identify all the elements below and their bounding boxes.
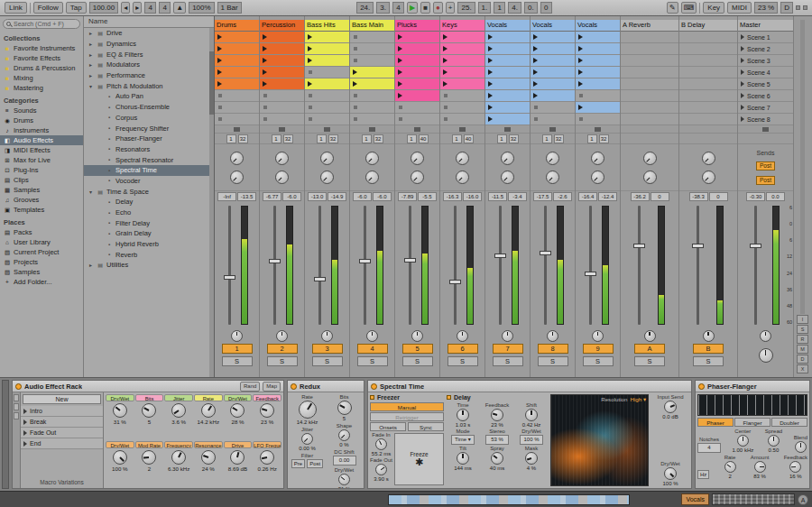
new-variation-button[interactable]: New [23,394,101,404]
clip-slot[interactable] [440,43,484,55]
clip-slot[interactable] [260,78,304,90]
track-header[interactable]: Plucks [395,20,439,32]
freeze-mode-manual[interactable]: Manual [370,402,444,411]
scene-slot[interactable]: Scene 1 [738,32,793,43]
tree-item-hybrid-reverb[interactable]: ▪Hybrid Reverb [84,239,214,250]
pan-knob[interactable] [547,330,558,342]
sidebar-item-packs[interactable]: ▤Packs [0,227,83,237]
stop-all-clips-button[interactable] [324,127,330,132]
device-view-selector[interactable] [2,380,9,489]
mixer-toggle-r[interactable]: R [797,335,808,344]
tree-item-phaser-flanger[interactable]: ▪Phaser-Flanger [84,134,214,144]
send-a-knob[interactable] [501,152,514,165]
clip-slot[interactable] [215,55,259,67]
pan-knob[interactable] [321,330,333,342]
empty-clip-slot[interactable] [576,114,620,125]
clip-slot[interactable] [440,32,484,43]
tree-item-pitch-modulation[interactable]: ▾▤Pitch & Modulation [84,80,214,91]
field-value[interactable]: 100 % [520,435,543,445]
session-overview[interactable] [712,493,795,505]
tree-item-corpus[interactable]: ▪Corpus [84,113,214,124]
tree-item-reverb[interactable]: ▪Reverb [84,249,214,260]
loop-length-sixteenths[interactable]: 0 [540,2,552,14]
tree-item-auto-pan[interactable]: ▪Auto Pan [84,91,214,102]
track-header[interactable]: Bass Hits [305,20,349,32]
fader-track[interactable] [228,206,231,325]
spread-knob[interactable] [768,435,780,447]
fader-handle[interactable] [359,259,371,263]
fader-handle[interactable] [494,254,506,258]
sidebar-item-current-project[interactable]: ▧Current Project [0,247,83,257]
clip-slot[interactable] [531,78,575,90]
clip-slot[interactable] [485,43,530,55]
clip-slot[interactable] [531,55,575,67]
fader-handle[interactable] [314,277,326,281]
clip-slot[interactable] [215,43,259,55]
tree-item-filter-delay[interactable]: ▪Filter Delay [84,217,214,228]
empty-clip-slot[interactable] [350,55,394,67]
sidebar-item-add-folder[interactable]: +Add Folder... [0,277,83,287]
empty-clip-slot[interactable] [350,32,394,43]
tree-item-performance[interactable]: ▸▤Performance [84,70,214,81]
arrangement-position-bars[interactable]: 24. [356,2,374,14]
sidebar-item-drums[interactable]: ◉Drums [0,115,83,125]
track-header[interactable]: A Reverb [621,20,678,32]
send-a-knob[interactable] [365,152,379,165]
send-b-knob[interactable] [365,171,379,184]
clip-slot[interactable] [260,55,304,67]
track-header[interactable]: Bass Main [350,20,394,32]
scene-slot[interactable]: Scene 8 [738,114,793,125]
clip-slot[interactable] [350,78,394,90]
fader-handle[interactable] [224,275,235,280]
clip-slot[interactable] [485,55,530,67]
fader-handle[interactable] [585,272,596,276]
overdub-button[interactable]: + [446,2,456,14]
send-a-knob[interactable] [275,152,289,165]
fader-handle[interactable] [692,244,704,248]
filter-pre-button[interactable]: Pre [291,459,305,468]
send-a-knob[interactable] [546,152,559,165]
clip-slot[interactable] [305,78,349,90]
track-header[interactable]: Master [738,20,793,32]
dry-wet-knob[interactable] [113,450,127,465]
computer-midi-keyboard-icon[interactable]: ⌨ [681,2,697,14]
nudge-up-button[interactable]: ▸ [133,2,142,14]
triangle-down-icon[interactable]: ▾ [88,83,94,89]
device-title-bar[interactable]: Phaser-Flanger [696,381,809,392]
send-b-knob[interactable] [230,171,244,184]
tree-item-echo[interactable]: ▪Echo [84,207,214,218]
post-toggle-0[interactable]: Post [756,161,775,171]
send-b-knob[interactable] [702,171,715,184]
fader-track[interactable] [697,206,699,325]
pan-knob[interactable] [276,330,288,342]
send-b-knob[interactable] [643,171,657,184]
track-header[interactable]: Keys [440,20,484,32]
loop-start-beats[interactable]: 1. [478,2,492,14]
pan-knob[interactable] [644,330,656,342]
center-knob[interactable] [737,435,749,447]
fader-track[interactable] [499,206,502,325]
clip-slot[interactable] [485,78,530,90]
clip-slot[interactable] [305,32,349,43]
fader-handle[interactable] [750,244,761,248]
clip-slot[interactable] [576,32,620,43]
tree-item-chorus-ensemble[interactable]: ▪Chorus-Ensemble [84,102,214,113]
track-activator[interactable]: 4 [357,344,388,354]
empty-clip-slot[interactable] [350,90,394,102]
sidebar-item-user-library[interactable]: ⌂User Library [0,237,83,247]
sidebar-item-instruments[interactable]: ♪Instruments [0,125,83,135]
empty-clip-slot[interactable] [531,102,575,114]
tree-item-delay[interactable]: ▪Delay [84,197,214,207]
scene-slot[interactable]: Scene 5 [738,78,793,90]
stop-all-clips-button[interactable] [549,127,556,132]
fader-track[interactable] [638,206,641,325]
arrangement-overview[interactable] [388,494,630,505]
pan-knob[interactable] [592,330,604,342]
feedback-knob[interactable] [789,461,801,473]
triangle-right-icon[interactable]: ▸ [88,51,94,58]
tempo-display[interactable]: 100.00 [89,2,118,14]
freezer-option-onsets[interactable]: Onsets [370,422,406,431]
stop-all-clips-button[interactable] [234,127,240,132]
tree-item-frequency-shifter[interactable]: ▪Frequency Shifter [84,123,214,134]
input-send-knob[interactable] [664,401,677,413]
